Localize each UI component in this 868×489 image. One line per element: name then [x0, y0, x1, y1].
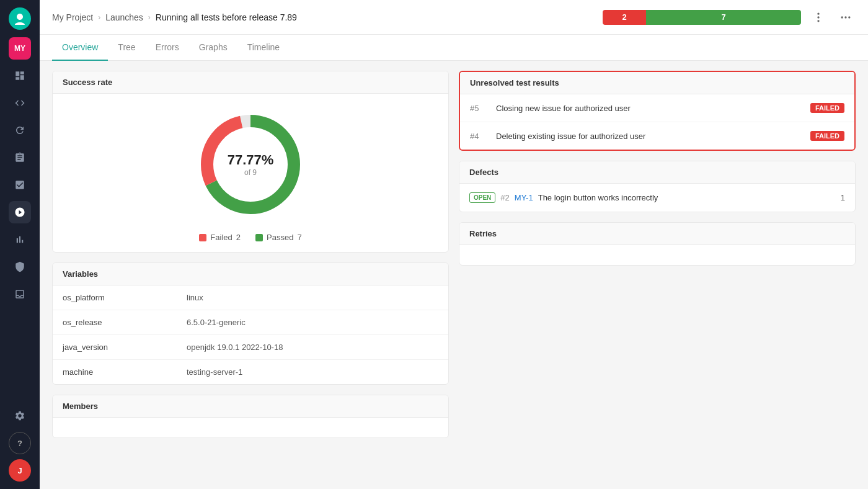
unresolved-num-2: #4 — [470, 132, 489, 141]
breadcrumb: My Project › Launches › Running all test… — [52, 12, 297, 22]
breadcrumb-launches[interactable]: Launches — [105, 12, 143, 22]
legend-failed-label: Failed — [210, 233, 232, 242]
svg-point-0 — [817, 16, 819, 18]
unresolved-row-2: #4 Deleting existing issue for authorize… — [460, 122, 854, 150]
defects-body: OPEN #2 MY-1 The login button works inco… — [459, 184, 855, 212]
legend-failed: Failed 2 — [199, 233, 241, 242]
overall-progress-bar: 2 7 — [603, 10, 801, 25]
check-square-icon[interactable] — [9, 174, 31, 196]
legend-failed-value: 2 — [236, 233, 241, 242]
tab-timeline[interactable]: Timeline — [237, 35, 290, 61]
defect-link[interactable]: MY-1 — [515, 193, 533, 202]
svg-point-3 — [841, 16, 843, 18]
failed-dot — [199, 234, 206, 241]
success-rate-body: 77.77% of 9 Failed 2 Passed — [53, 94, 448, 252]
left-column: Success rate 77.77% of — [52, 71, 449, 479]
var-val-os-release: 6.5.0-21-generic — [177, 310, 448, 334]
breadcrumb-current: Running all tests before release 7.89 — [156, 12, 297, 22]
breadcrumb-sep-2: › — [148, 13, 151, 22]
my-project-avatar[interactable]: MY — [9, 37, 31, 60]
shield-icon[interactable] — [9, 256, 31, 278]
chart-legend: Failed 2 Passed 7 — [199, 233, 301, 242]
svg-point-5 — [848, 16, 850, 18]
tabs: Overview Tree Errors Graphs Timeline — [40, 35, 868, 61]
right-column: Unresolved test results #5 Closing new i… — [459, 71, 856, 479]
tab-errors[interactable]: Errors — [146, 35, 189, 61]
variables-body: os_platform linux os_release 6.5.0-21-ge… — [53, 285, 448, 384]
defect-count: 1 — [841, 193, 845, 202]
retries-header: Retries — [459, 223, 855, 245]
legend-passed: Passed 7 — [255, 233, 302, 242]
var-key-os-platform: os_platform — [53, 285, 177, 310]
defects-header: Defects — [459, 161, 855, 184]
members-header: Members — [53, 395, 448, 418]
donut-chart: 77.77% of 9 — [195, 109, 306, 220]
var-key-os-release: os_release — [53, 310, 177, 334]
header: My Project › Launches › Running all test… — [40, 0, 868, 35]
failed-badge-1: FAILED — [810, 103, 844, 113]
settings-icon[interactable] — [9, 405, 31, 427]
donut-center: 77.77% of 9 — [228, 152, 274, 177]
members-body — [53, 418, 448, 437]
svg-point-4 — [844, 16, 846, 18]
app-logo[interactable] — [9, 7, 31, 30]
defect-num: #2 — [500, 193, 509, 202]
failed-count: 2 — [603, 10, 646, 25]
variables-header: Variables — [53, 263, 448, 285]
var-val-java-version: openjdk 19.0.1 2022-10-18 — [177, 335, 448, 359]
variables-card: Variables os_platform linux os_release 6… — [52, 262, 449, 385]
refresh-icon[interactable] — [9, 119, 31, 141]
tab-graphs[interactable]: Graphs — [189, 35, 237, 61]
legend-passed-value: 7 — [297, 233, 301, 242]
user-avatar[interactable]: J — [9, 459, 31, 482]
success-rate-header: Success rate — [53, 71, 448, 94]
unresolved-num-1: #5 — [470, 104, 489, 113]
var-val-machine: testing-server-1 — [177, 360, 448, 384]
defect-name: The login button works incorrectly — [538, 193, 836, 202]
var-row-java-version: java_version openjdk 19.0.1 2022-10-18 — [53, 335, 448, 360]
settings-btn[interactable] — [808, 7, 828, 27]
retries-card: Retries — [459, 222, 856, 266]
legend-passed-label: Passed — [267, 233, 293, 242]
var-row-machine: machine testing-server-1 — [53, 360, 448, 384]
failed-badge-2: FAILED — [810, 131, 844, 141]
passed-count: 7 — [646, 10, 801, 25]
sidebar: MY ? J — [0, 0, 40, 489]
clipboard-icon[interactable] — [9, 146, 31, 169]
donut-percent: 77.77% — [228, 152, 274, 168]
main-content: My Project › Launches › Running all test… — [40, 0, 868, 489]
unresolved-name-2: Deleting existing issue for authorized u… — [496, 132, 803, 141]
unresolved-header: Unresolved test results — [460, 72, 854, 94]
unresolved-name-1: Closing new issue for authorized user — [496, 104, 803, 113]
var-key-java-version: java_version — [53, 335, 177, 359]
svg-point-2 — [817, 20, 819, 22]
content-area: Success rate 77.77% of — [40, 61, 868, 489]
dashboard-icon[interactable] — [9, 65, 31, 87]
breadcrumb-project[interactable]: My Project — [52, 12, 93, 22]
more-btn[interactable] — [836, 7, 856, 27]
open-badge: OPEN — [469, 192, 495, 203]
code-icon[interactable] — [9, 92, 31, 114]
unresolved-row-1: #5 Closing new issue for authorized user… — [460, 94, 854, 122]
tab-overview[interactable]: Overview — [52, 35, 108, 61]
retries-body — [459, 245, 855, 265]
passed-dot — [255, 234, 263, 241]
var-row-os-platform: os_platform linux — [53, 285, 448, 310]
defects-card: Defects OPEN #2 MY-1 The login button wo… — [459, 161, 856, 212]
unresolved-body: #5 Closing new issue for authorized user… — [460, 94, 854, 150]
inbox-icon[interactable] — [9, 283, 31, 305]
bar-chart-icon[interactable] — [9, 228, 31, 251]
launch-icon[interactable] — [9, 201, 31, 223]
success-rate-card: Success rate 77.77% of — [52, 71, 449, 253]
header-right: 2 7 — [603, 7, 856, 27]
var-key-machine: machine — [53, 360, 177, 384]
breadcrumb-sep-1: › — [98, 13, 100, 22]
members-card: Members — [52, 395, 449, 438]
var-row-os-release: os_release 6.5.0-21-generic — [53, 310, 448, 335]
help-icon[interactable]: ? — [9, 432, 31, 454]
tab-tree[interactable]: Tree — [108, 35, 145, 61]
svg-point-1 — [817, 12, 819, 14]
var-val-os-platform: linux — [177, 285, 448, 310]
donut-of: of 9 — [228, 168, 274, 177]
unresolved-card: Unresolved test results #5 Closing new i… — [459, 71, 856, 151]
